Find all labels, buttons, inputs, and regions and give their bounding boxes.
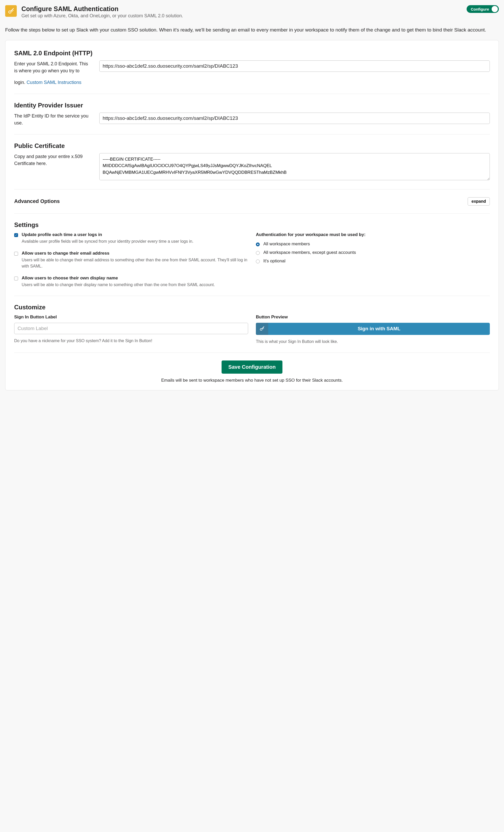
radio-icon (256, 242, 260, 246)
radio-label: It's optional (263, 259, 285, 264)
section-advanced: Advanced Options expand (14, 197, 490, 206)
checkbox-item[interactable]: Allow users to change their email addres… (14, 251, 248, 269)
checkbox-item[interactable]: ✓Update profile each time a user logs in… (14, 232, 248, 244)
page-title: Configure SAML Authentication (21, 5, 183, 12)
advanced-heading: Advanced Options (14, 198, 60, 204)
radio-label: All workspace members (263, 241, 310, 246)
endpoint-input[interactable] (99, 60, 490, 72)
cert-desc: Copy and paste your entire x.509 Certifi… (14, 154, 83, 166)
divider (14, 353, 490, 353)
signin-label-helper: Do you have a nickname for your SSO syst… (14, 338, 248, 344)
toggle-label: Configure (471, 7, 489, 11)
cert-heading: Public Certificate (14, 142, 490, 150)
config-card: SAML 2.0 Endpoint (HTTP) Enter your SAML… (5, 40, 499, 390)
section-customize: Customize Sign In Button Label Do you ha… (14, 304, 490, 345)
checkbox-icon (14, 252, 18, 256)
intro-text: Follow the steps below to set up Slack w… (5, 26, 499, 34)
radio-icon (256, 251, 260, 255)
checkbox-sub: Available user profile fields will be sy… (22, 238, 193, 244)
preview-heading: Button Preview (256, 314, 490, 320)
radio-item[interactable]: It's optional (256, 259, 490, 264)
customize-heading: Customize (14, 304, 490, 311)
checkbox-sub: Users will be able to change their email… (22, 257, 248, 269)
settings-auth: Authentication for your workspace must b… (256, 232, 490, 288)
save-button[interactable]: Save Configuration (222, 361, 282, 374)
signin-preview-button[interactable]: Sign in with SAML (256, 323, 490, 335)
endpoint-heading: SAML 2.0 Endpoint (HTTP) (14, 50, 490, 57)
toggle-knob (492, 6, 498, 12)
configure-toggle[interactable]: Configure (467, 5, 499, 13)
radio-icon (256, 260, 260, 263)
section-settings: Settings ✓Update profile each time a use… (14, 221, 490, 288)
radio-item[interactable]: All workspace members, except guest acco… (256, 250, 490, 255)
preview-helper: This is what your Sign In Button will lo… (256, 339, 490, 345)
key-icon (256, 323, 268, 335)
radio-label: All workspace members, except guest acco… (263, 250, 356, 255)
key-icon (5, 5, 17, 17)
checkbox-sub: Users will be able to change their displ… (22, 282, 215, 288)
checkbox-label: Allow users to change their email addres… (22, 251, 248, 256)
checkbox-label: Allow users to choose their own display … (22, 276, 215, 281)
settings-checkboxes: ✓Update profile each time a user logs in… (14, 232, 248, 288)
checkbox-icon: ✓ (14, 233, 18, 237)
page-subtitle: Get set up with Azure, Okta, and OneLogi… (21, 13, 183, 19)
settings-heading: Settings (14, 221, 490, 229)
checkbox-icon (14, 277, 18, 281)
section-cert: Public Certificate Copy and paste your e… (14, 142, 490, 182)
save-note: Emails will be sent to workspace members… (14, 378, 490, 383)
signin-label-input[interactable] (14, 323, 248, 334)
expand-button[interactable]: expand (468, 197, 490, 206)
issuer-desc: The IdP Entity ID for the service you us… (14, 113, 88, 126)
issuer-input[interactable] (99, 112, 490, 124)
section-endpoint: SAML 2.0 Endpoint (HTTP) Enter your SAML… (14, 50, 490, 86)
issuer-heading: Identity Provider Issuer (14, 102, 490, 109)
auth-header: Authentication for your workspace must b… (256, 232, 490, 237)
signin-label-heading: Sign In Button Label (14, 314, 248, 320)
page-header: Configure SAML Authentication Get set up… (5, 5, 499, 19)
checkbox-label: Update profile each time a user logs in (22, 232, 193, 237)
custom-saml-link[interactable]: Custom SAML Instructions (27, 79, 81, 86)
section-issuer: Identity Provider Issuer The IdP Entity … (14, 102, 490, 127)
signin-preview-label: Sign in with SAML (268, 323, 490, 335)
checkbox-item[interactable]: Allow users to choose their own display … (14, 276, 248, 288)
cert-textarea[interactable] (99, 153, 490, 180)
radio-item[interactable]: All workspace members (256, 241, 490, 246)
